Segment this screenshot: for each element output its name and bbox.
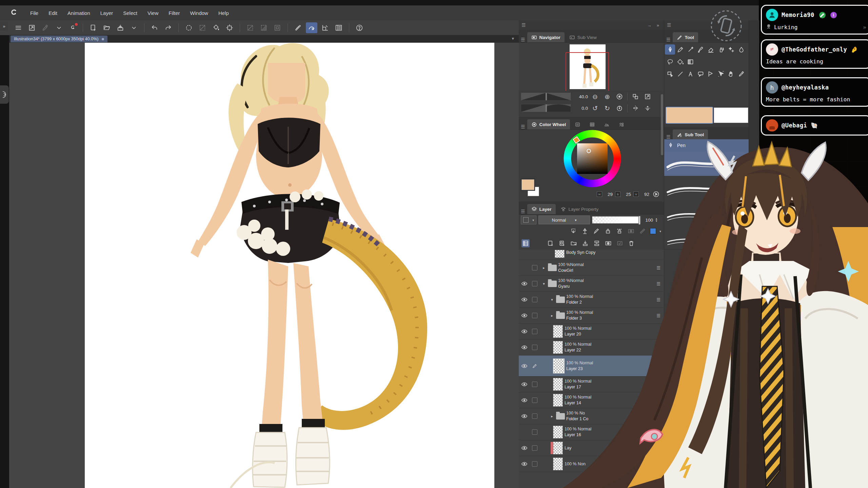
layer-check[interactable]: [530, 382, 540, 387]
zoom-reset-button[interactable]: [614, 92, 625, 101]
tool-gradient[interactable]: [685, 57, 695, 67]
menu-edit[interactable]: Edit: [43, 10, 62, 16]
open-folder-button[interactable]: [101, 22, 113, 33]
undo-button[interactable]: [149, 22, 160, 33]
selection-invert-button[interactable]: [258, 22, 270, 33]
dock-menu-icon[interactable]: ☰: [521, 22, 526, 28]
layer-check[interactable]: [530, 363, 540, 369]
crop-frame-button[interactable]: [224, 22, 235, 33]
canvas-page[interactable]: [85, 43, 494, 488]
redo-button[interactable]: [162, 22, 174, 33]
expand-toolbar-button[interactable]: »: [0, 22, 8, 30]
selection-border-button[interactable]: [272, 22, 283, 33]
tab-navigator[interactable]: Navigator: [527, 32, 565, 42]
tool-line[interactable]: [675, 69, 685, 79]
tool-pen[interactable]: [665, 44, 675, 55]
tool-object-select[interactable]: [716, 69, 726, 79]
chevron-down-button[interactable]: [128, 22, 140, 33]
deselect-button[interactable]: [197, 22, 208, 33]
eye-toggle[interactable]: [519, 313, 530, 318]
rotate-slider[interactable]: [521, 104, 571, 112]
menu-select[interactable]: Select: [118, 10, 142, 16]
rotate-ccw-button[interactable]: ↺: [590, 103, 600, 113]
rotate-reset-button[interactable]: [614, 103, 625, 113]
layer-check[interactable]: [530, 281, 540, 286]
spinner-button[interactable]: [183, 22, 195, 33]
rotate-cw-button[interactable]: ↻: [602, 103, 612, 113]
layer-check[interactable]: [530, 297, 540, 302]
collapse-canvas-chevron-icon[interactable]: ▾: [512, 36, 514, 41]
navigator-viewport-rect[interactable]: [566, 52, 609, 91]
menu-file[interactable]: File: [25, 10, 43, 16]
main-color-swatch[interactable]: [521, 179, 534, 190]
eye-toggle[interactable]: [519, 382, 530, 387]
tab-sub-view[interactable]: Sub View: [565, 32, 601, 42]
navigator-preview[interactable]: [519, 43, 664, 91]
eye-toggle[interactable]: [519, 329, 530, 334]
help-button[interactable]: [354, 22, 365, 33]
layer-check[interactable]: [530, 413, 540, 419]
tab-tool[interactable]: Tool: [673, 32, 698, 42]
tool-airbrush[interactable]: [716, 44, 726, 55]
eyedropper-button[interactable]: [40, 22, 51, 33]
tool-wand[interactable]: [685, 44, 695, 55]
csp-sync-button[interactable]: [67, 22, 78, 33]
panel-menu-icon[interactable]: ☰: [521, 209, 525, 214]
fit-to-window-button[interactable]: [643, 92, 653, 101]
layer-check[interactable]: [530, 445, 540, 451]
tool-dropper[interactable]: [736, 69, 746, 79]
menu-view[interactable]: View: [142, 10, 163, 16]
flip-horizontal-button[interactable]: [630, 103, 640, 113]
menu-animation[interactable]: Animation: [62, 10, 95, 16]
selection-off-button[interactable]: [244, 22, 256, 33]
eye-toggle[interactable]: [519, 462, 530, 466]
layer-check[interactable]: [530, 265, 540, 270]
menu-layer[interactable]: Layer: [95, 10, 118, 16]
menu-help[interactable]: Help: [213, 10, 234, 16]
layer-check[interactable]: [530, 345, 540, 350]
swap-view-button[interactable]: [630, 92, 640, 101]
panel-menu-icon[interactable]: ☰: [521, 37, 525, 42]
palette-color-combo[interactable]: ▾: [521, 216, 536, 224]
tool-ruler-flag[interactable]: [706, 69, 716, 79]
snap-grid-button[interactable]: [319, 22, 331, 33]
canvas-area[interactable]: [9, 43, 519, 488]
tool-lasso[interactable]: [665, 57, 675, 67]
dock-menu-icon[interactable]: ☰: [667, 22, 671, 28]
eye-toggle[interactable]: [519, 414, 530, 419]
tool-blend[interactable]: [736, 44, 746, 55]
dock-collapse-icons[interactable]: → »: [647, 23, 661, 28]
eye-toggle[interactable]: [519, 281, 530, 286]
burger-button[interactable]: [13, 22, 24, 33]
snap-special-ruler-button[interactable]: [306, 22, 317, 33]
tool-bucket[interactable]: [675, 57, 685, 67]
tool-brush[interactable]: [695, 44, 706, 55]
tool-pencil[interactable]: [675, 44, 685, 55]
layer-check[interactable]: [530, 398, 540, 403]
eye-toggle[interactable]: [519, 364, 530, 368]
layer-check[interactable]: [530, 461, 540, 467]
tool-text[interactable]: [685, 69, 695, 79]
zoom-out-button[interactable]: ⊖: [590, 92, 600, 101]
fit-screen-button[interactable]: [26, 22, 38, 33]
save-button[interactable]: [115, 22, 126, 33]
eye-toggle[interactable]: [519, 446, 530, 450]
expand-palette-handle[interactable]: [0, 85, 9, 104]
tool-sparkle[interactable]: [726, 44, 736, 55]
eye-toggle[interactable]: [519, 297, 530, 302]
eye-toggle[interactable]: [519, 345, 530, 350]
new-file-button[interactable]: [87, 22, 99, 33]
layer-check[interactable]: [530, 329, 540, 334]
layer-check[interactable]: [530, 313, 540, 318]
tool-hand[interactable]: [726, 69, 736, 79]
eye-toggle[interactable]: [519, 398, 530, 403]
tool-balloon[interactable]: [695, 69, 706, 79]
chevron-down-button[interactable]: [53, 22, 65, 33]
panel-menu-icon[interactable]: ☰: [666, 37, 671, 42]
tool-eraser[interactable]: [706, 44, 716, 55]
material-panel-button[interactable]: [333, 22, 344, 33]
fill-bucket-button[interactable]: [210, 22, 222, 33]
menu-filter[interactable]: Filter: [163, 10, 185, 16]
tool-operation[interactable]: [665, 69, 675, 79]
flip-vertical-button[interactable]: [643, 103, 653, 113]
